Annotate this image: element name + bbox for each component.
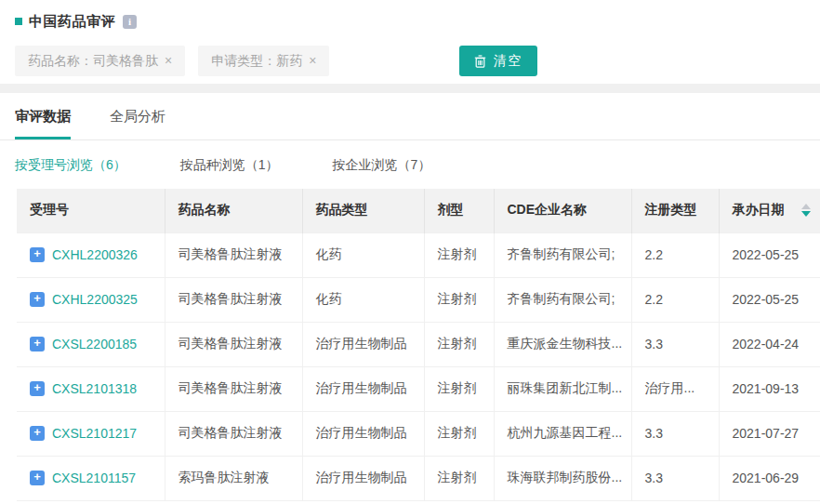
header-section: 中国药品审评 i 药品名称：司美格鲁肽 × 申请类型：新药 × [0, 0, 820, 84]
acceptance-no-link[interactable]: CXSL2200185 [52, 337, 137, 351]
clear-button-label: 清空 [493, 53, 522, 70]
cell-drug-name: 司美格鲁肽注射液 [165, 232, 302, 277]
cell-drug-name: 司美格鲁肽注射液 [165, 366, 302, 411]
view-by-acceptance-no[interactable]: 按受理号浏览（6） [15, 157, 126, 174]
expand-row-icon[interactable]: + [30, 381, 45, 396]
cell-cde-company: 重庆派金生物科技... [494, 322, 631, 366]
clear-filters-button[interactable]: 清空 [459, 46, 537, 76]
review-table: 受理号 药品名称 药品类型 剂型 CDE企业名称 注册类型 承办日期 [17, 189, 820, 501]
cell-accept-date: 2022-04-24 [719, 322, 820, 366]
remove-filter-icon[interactable]: × [165, 46, 172, 76]
cell-drug-type: 治疗用生物制品 [302, 366, 424, 411]
cell-reg-type: 2.2 [631, 232, 719, 277]
expand-row-icon[interactable]: + [30, 247, 45, 262]
cell-reg-type: 2.2 [631, 277, 719, 322]
sort-descending-icon[interactable] [801, 211, 811, 217]
info-icon[interactable]: i [123, 15, 137, 29]
cell-accept-date: 2021-09-13 [719, 366, 820, 411]
cell-drug-name: 索玛鲁肽注射液 [165, 456, 302, 500]
expand-row-icon[interactable]: + [30, 337, 45, 351]
col-header-drug-type: 药品类型 [302, 189, 424, 232]
tab-review-data[interactable]: 审评数据 [15, 108, 71, 139]
tab-bar: 审评数据 全局分析 [0, 93, 820, 140]
cell-cde-company: 齐鲁制药有限公司; [494, 277, 631, 322]
cell-drug-name: 司美格鲁肽注射液 [165, 411, 302, 456]
cell-cde-company: 珠海联邦制药股份... [494, 456, 631, 500]
remove-filter-icon[interactable]: × [309, 46, 316, 76]
filter-chip-drug-name[interactable]: 药品名称：司美格鲁肽 × [15, 46, 185, 76]
view-switcher: 按受理号浏览（6） 按品种浏览（1） 按企业浏览（7） [0, 140, 820, 174]
cell-accept-date: 2022-05-25 [719, 232, 820, 277]
cell-drug-type: 治疗用生物制品 [302, 322, 424, 366]
cell-dosage-form: 注射剂 [424, 277, 494, 322]
acceptance-no-link[interactable]: CXHL2200325 [52, 292, 138, 307]
tab-global-analysis[interactable]: 全局分析 [110, 108, 165, 139]
expand-row-icon[interactable]: + [30, 471, 45, 485]
cell-drug-type: 化药 [302, 277, 424, 322]
table-header-row: 受理号 药品名称 药品类型 剂型 CDE企业名称 注册类型 承办日期 [17, 189, 820, 232]
expand-row-icon[interactable]: + [30, 426, 45, 441]
cell-dosage-form: 注射剂 [424, 232, 494, 277]
cell-accept-date: 2022-05-25 [719, 277, 820, 322]
view-by-company[interactable]: 按企业浏览（7） [333, 157, 431, 174]
cell-dosage-form: 注射剂 [424, 366, 494, 411]
acceptance-no-link[interactable]: CXSL2101157 [52, 471, 136, 485]
col-header-acceptance-no: 受理号 [17, 189, 165, 232]
sort-control[interactable] [801, 204, 811, 217]
cell-drug-type: 治疗用生物制品 [302, 411, 424, 456]
col-header-accept-date-label: 承办日期 [733, 202, 785, 219]
acceptance-no-link[interactable]: CXHL2200326 [52, 247, 138, 262]
drug-review-panel: 中国药品审评 i 药品名称：司美格鲁肽 × 申请类型：新药 × [0, 0, 820, 504]
table-row: + CXHL2200325 司美格鲁肽注射液 化药 注射剂 齐鲁制药有限公司; … [17, 277, 820, 322]
filter-chip-application-type[interactable]: 申请类型：新药 × [198, 46, 329, 76]
filter-chip-label: 申请类型：新药 [211, 46, 302, 76]
col-header-accept-date: 承办日期 [719, 189, 820, 232]
table-row: + CXHL2200326 司美格鲁肽注射液 化药 注射剂 齐鲁制药有限公司; … [17, 232, 820, 277]
cell-dosage-form: 注射剂 [424, 322, 494, 366]
cell-reg-type: 3.3 [631, 411, 719, 456]
cell-dosage-form: 注射剂 [424, 411, 494, 456]
acceptance-no-link[interactable]: CXSL2101217 [52, 426, 137, 441]
col-header-cde-company: CDE企业名称 [494, 189, 631, 232]
review-table-container: 受理号 药品名称 药品类型 剂型 CDE企业名称 注册类型 承办日期 [17, 189, 820, 501]
cell-drug-type: 治疗用生物制品 [302, 456, 424, 500]
cell-reg-type: 治疗用... [631, 366, 719, 411]
cell-accept-date: 2021-06-29 [719, 456, 820, 500]
table-row: + CXSL2200185 司美格鲁肽注射液 治疗用生物制品 注射剂 重庆派金生… [17, 322, 820, 366]
cell-drug-name: 司美格鲁肽注射液 [165, 322, 302, 366]
cell-cde-company: 杭州九源基因工程... [494, 411, 631, 456]
table-row: + CXSL2101157 索玛鲁肽注射液 治疗用生物制品 注射剂 珠海联邦制药… [17, 456, 820, 500]
cell-reg-type: 3.3 [631, 456, 719, 500]
title-bullet-icon [15, 18, 22, 25]
col-header-drug-name: 药品名称 [165, 189, 302, 232]
expand-row-icon[interactable]: + [30, 292, 45, 307]
filter-chip-label: 药品名称：司美格鲁肽 [28, 46, 158, 76]
cell-accept-date: 2021-07-27 [719, 411, 820, 456]
acceptance-no-link[interactable]: CXSL2101318 [52, 381, 137, 396]
cell-cde-company: 齐鲁制药有限公司; [494, 232, 631, 277]
view-by-variety[interactable]: 按品种浏览（1） [180, 157, 279, 174]
sort-ascending-icon[interactable] [801, 204, 811, 209]
cell-reg-type: 3.3 [631, 322, 719, 366]
table-row: + CXSL2101217 司美格鲁肽注射液 治疗用生物制品 注射剂 杭州九源基… [17, 411, 820, 456]
cell-cde-company: 丽珠集团新北江制... [494, 366, 631, 411]
section-divider [0, 84, 820, 93]
col-header-reg-type: 注册类型 [631, 189, 719, 232]
col-header-dosage-form: 剂型 [424, 189, 494, 232]
cell-drug-name: 司美格鲁肽注射液 [165, 277, 302, 322]
cell-dosage-form: 注射剂 [424, 456, 494, 500]
page-title: 中国药品审评 [29, 13, 115, 31]
cell-drug-type: 化药 [302, 232, 424, 277]
trash-icon [474, 55, 486, 68]
table-row: + CXSL2101318 司美格鲁肽注射液 治疗用生物制品 注射剂 丽珠集团新… [17, 366, 820, 411]
